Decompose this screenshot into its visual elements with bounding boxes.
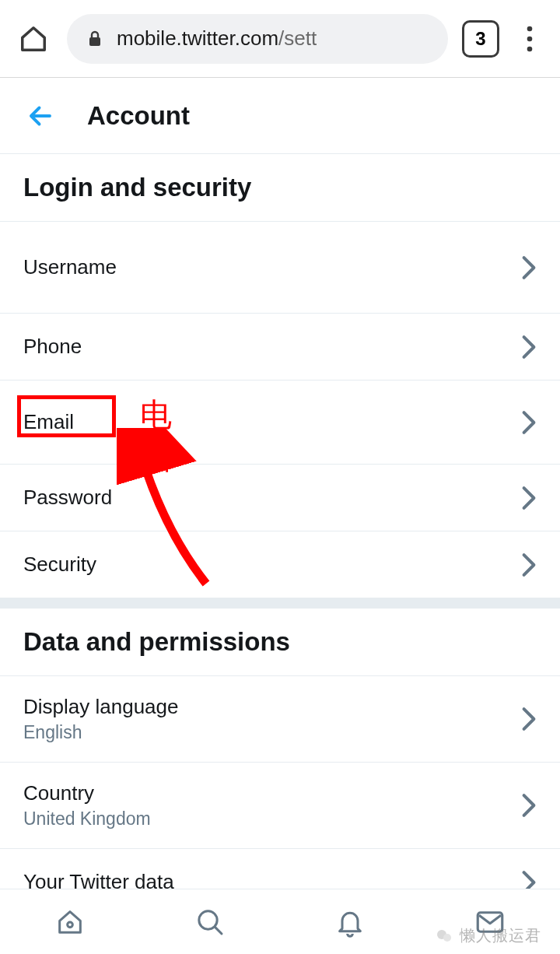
svg-point-4 [68, 922, 73, 928]
item-label: Security [23, 552, 96, 577]
arrow-left-icon [26, 102, 54, 130]
svg-point-8 [443, 934, 451, 942]
url-bar[interactable]: mobile.twitter.com/sett [67, 14, 448, 64]
item-label: Password [23, 486, 112, 510]
svg-point-2 [527, 36, 533, 41]
nav-notifications-button[interactable] [325, 897, 375, 947]
item-security[interactable]: Security [0, 531, 560, 598]
item-sublabel: English [23, 722, 178, 743]
tab-count-value: 3 [475, 28, 485, 50]
browser-chrome: mobile.twitter.com/sett 3 [0, 0, 560, 78]
watermark-text: 懒人搬运君 [460, 925, 541, 946]
page-header: Account [0, 78, 560, 154]
item-label: Phone [23, 335, 82, 359]
item-label: Display language [23, 695, 178, 719]
watermark: 懒人搬运君 [435, 925, 541, 946]
item-username[interactable]: Username [0, 221, 560, 313]
chevron-right-icon [521, 486, 537, 510]
item-your-twitter-data[interactable]: Your Twitter data [0, 848, 560, 889]
chevron-right-icon [521, 793, 537, 818]
nav-home-button[interactable] [45, 897, 95, 947]
page-content: Account Login and security Username Phon… [0, 78, 560, 889]
tab-count-button[interactable]: 3 [462, 20, 499, 58]
chevron-right-icon [521, 870, 537, 889]
home-icon [19, 24, 48, 54]
chevron-right-icon [521, 552, 537, 577]
section-title: Data and permissions [0, 609, 560, 675]
back-button[interactable] [25, 100, 56, 132]
more-vertical-icon [527, 26, 533, 52]
svg-point-1 [527, 26, 533, 31]
wechat-icon [435, 927, 453, 945]
item-label: Email [23, 410, 74, 434]
item-label: Your Twitter data [23, 870, 174, 889]
page-title: Account [87, 101, 190, 131]
home-outline-icon [54, 907, 86, 938]
browser-home-button[interactable] [14, 19, 53, 58]
svg-rect-0 [89, 37, 100, 46]
item-label: Country [23, 781, 151, 805]
section-title: Login and security [0, 154, 560, 221]
lock-icon [86, 29, 104, 49]
bell-icon [334, 907, 366, 938]
item-sublabel: United Kingdom [23, 808, 151, 829]
url-text: mobile.twitter.com/sett [117, 26, 317, 51]
section-login-security: Login and security Username Phone Email … [0, 154, 560, 609]
chevron-right-icon [521, 410, 537, 435]
item-label: Username [23, 255, 117, 279]
item-email[interactable]: Email [0, 380, 560, 464]
item-password[interactable]: Password [0, 464, 560, 531]
section-data-permissions: Data and permissions Display language En… [0, 609, 560, 889]
svg-point-3 [527, 46, 533, 51]
item-phone[interactable]: Phone [0, 313, 560, 380]
item-display-language[interactable]: Display language English [0, 675, 560, 762]
nav-search-button[interactable] [185, 897, 235, 947]
browser-menu-button[interactable] [513, 19, 546, 58]
chevron-right-icon [521, 335, 537, 360]
chevron-right-icon [521, 255, 537, 280]
item-country[interactable]: Country United Kingdom [0, 762, 560, 848]
chevron-right-icon [521, 707, 537, 731]
search-icon [194, 907, 226, 938]
